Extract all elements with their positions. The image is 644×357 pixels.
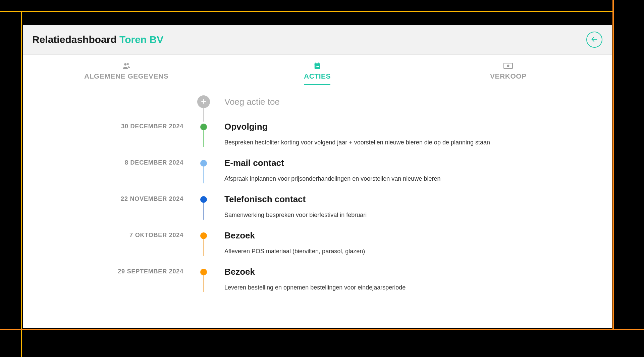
timeline-item-description: Leveren bestelling en opnemen bestelling… (224, 283, 604, 292)
svg-rect-7 (316, 66, 316, 67)
timeline-date: 7 OKTOBER 2024 (31, 230, 197, 239)
tab-actions[interactable]: ACTIES (222, 55, 413, 85)
timeline-item-title: Telefonisch contact (224, 194, 604, 205)
dashboard-panel: Relatiedashboard Toren BV ALGEMENE GEGEV… (23, 25, 612, 328)
timeline-connector (203, 239, 204, 256)
timeline-item-title: Bezoek (224, 267, 604, 277)
timeline-date: 30 DECEMBER 2024 (31, 122, 197, 130)
timeline-item[interactable]: 7 OKTOBER 2024BezoekAfleveren POS materi… (31, 230, 604, 267)
tab-actions-label: ACTIES (304, 72, 331, 80)
tab-general-label: ALGEMENE GEGEVENS (84, 72, 168, 80)
timeline-date: 29 SEPTEMBER 2024 (31, 267, 197, 275)
page-title-prefix: Relatiedashboard (32, 34, 119, 45)
tab-sales-label: VERKOOP (490, 72, 527, 80)
people-icon (122, 62, 131, 70)
svg-rect-9 (318, 66, 319, 67)
decorative-horizontal-line-orange (0, 329, 644, 330)
decorative-horizontal-line-yellow (0, 11, 612, 12)
timeline-dot (200, 160, 207, 167)
timeline-item-title: Opvolging (224, 122, 604, 132)
arrow-left-icon (591, 36, 598, 44)
svg-rect-5 (315, 62, 316, 64)
plus-icon (201, 97, 207, 106)
timeline-dot (200, 269, 207, 275)
decorative-vertical-line-yellow (21, 11, 22, 357)
timeline-connector (203, 108, 204, 122)
timeline-dot (200, 124, 207, 130)
page-title-entity: Toren BV (119, 34, 163, 45)
svg-point-1 (124, 63, 126, 65)
timeline-item-title: Bezoek (224, 230, 604, 241)
svg-point-2 (127, 63, 128, 65)
tab-general-data[interactable]: ALGEMENE GEGEVENS (31, 55, 222, 85)
decorative-vertical-line-orange (612, 0, 614, 330)
timeline-connector (203, 275, 204, 292)
timeline-item-title: E-mail contact (224, 158, 604, 168)
add-action-button[interactable] (197, 95, 210, 108)
timeline-date: 22 NOVEMBER 2024 (31, 194, 197, 203)
timeline-add-row: Voeg actie toe (31, 95, 604, 122)
timeline-item-description: Bespreken hectoliter korting voor volgen… (224, 138, 604, 147)
timeline-item-description: Afleveren POS materiaal (biervilten, par… (224, 247, 604, 256)
svg-rect-8 (317, 66, 318, 67)
timeline-connector (203, 167, 204, 183)
page-header: Relatiedashboard Toren BV (23, 25, 612, 55)
svg-rect-6 (318, 62, 319, 64)
money-icon (503, 62, 513, 70)
timeline-item[interactable]: 8 DECEMBER 2024E-mail contactAfspraak in… (31, 158, 604, 194)
timeline-item[interactable]: 29 SEPTEMBER 2024BezoekLeveren bestellin… (31, 267, 604, 303)
calendar-icon (314, 62, 321, 70)
tab-sales[interactable]: VERKOOP (413, 55, 604, 85)
timeline-item-description: Samenwerking bespreken voor bierfestival… (224, 211, 604, 220)
svg-rect-4 (315, 63, 320, 65)
tabs-container: ALGEMENE GEGEVENS ACTIES VERKOOP (31, 55, 604, 85)
page-title: Relatiedashboard Toren BV (32, 34, 163, 45)
timeline-item[interactable]: 30 DECEMBER 2024OpvolgingBespreken hecto… (31, 122, 604, 158)
timeline-connector (203, 130, 204, 147)
timeline-connector (203, 203, 204, 220)
svg-point-11 (507, 65, 509, 67)
back-button[interactable] (586, 32, 602, 48)
add-action-label[interactable]: Voeg actie toe (224, 97, 604, 107)
timeline-item-description: Afspraak inplannen voor prijsonderhandel… (224, 174, 604, 183)
timeline-container: Voeg actie toe 30 DECEMBER 2024Opvolging… (23, 85, 612, 303)
timeline-dot (200, 196, 207, 203)
timeline-item[interactable]: 22 NOVEMBER 2024Telefonisch contactSamen… (31, 194, 604, 230)
timeline-dot (200, 232, 207, 239)
timeline-date: 8 DECEMBER 2024 (31, 158, 197, 166)
